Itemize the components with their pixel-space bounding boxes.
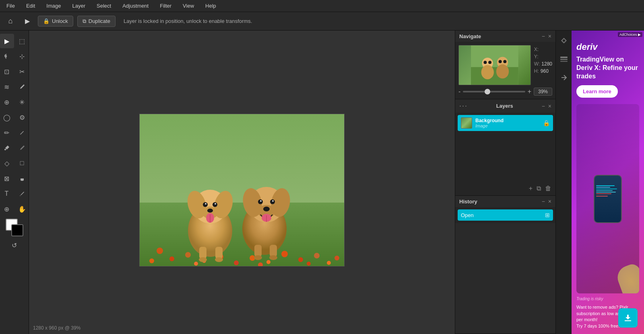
home-button[interactable]: ⌂ <box>4 15 17 28</box>
svg-point-18 <box>307 262 311 266</box>
layers-minimize-button[interactable]: − <box>542 103 545 109</box>
crop-tool[interactable]: ⊡ <box>0 64 14 79</box>
svg-point-27 <box>215 203 216 205</box>
paint-bucket-tool[interactable] <box>0 141 14 155</box>
svg-point-12 <box>314 253 320 258</box>
ad-cta-button[interactable]: Learn more <box>576 85 618 98</box>
history-item-open[interactable]: Open ⊞ <box>458 209 553 221</box>
layers-close-button[interactable]: × <box>548 103 551 109</box>
layer-item-background[interactable]: Background Image 🔒 <box>458 115 553 131</box>
ad-choices-label[interactable]: AdChoices ▶ <box>618 32 642 37</box>
layers-menu-button[interactable]: ··· <box>459 102 468 110</box>
zoom-tool[interactable]: ⊕ <box>0 202 14 216</box>
history-close-button[interactable]: × <box>548 198 551 205</box>
history-panel: History − × Open ⊞ <box>455 196 555 334</box>
duplicate-button[interactable]: ⧉ Duplicate <box>77 16 116 27</box>
zoom-slider[interactable] <box>463 91 525 92</box>
eyedropper-tool[interactable]: ⊹ <box>15 49 29 64</box>
marquee-tool[interactable]: ⬚ <box>15 34 29 48</box>
canvas-svg <box>140 114 345 266</box>
brush-tool[interactable] <box>15 80 29 94</box>
dodge-tool[interactable] <box>15 141 29 155</box>
layer-name: Background <box>475 118 540 123</box>
svg-point-57 <box>483 61 487 64</box>
unlock-button[interactable]: 🔒 Unlock <box>38 16 73 27</box>
delete-layer-button[interactable]: 🗑 <box>545 185 551 192</box>
svg-point-42 <box>260 200 262 202</box>
menu-filter[interactable]: Filter <box>157 2 174 10</box>
smudge-tool[interactable] <box>15 125 29 140</box>
history-content: Open ⊞ <box>455 207 555 223</box>
text-tool[interactable]: T <box>0 186 14 201</box>
menu-adjustment[interactable]: Adjustment <box>120 2 151 10</box>
svg-rect-1 <box>140 203 345 266</box>
menu-edit[interactable]: Edit <box>24 2 37 10</box>
clone-tool[interactable]: ✳ <box>15 95 29 109</box>
gear-tool[interactable]: ⚙ <box>15 110 29 125</box>
eraser-tool[interactable]: ◯ <box>0 110 14 125</box>
svg-point-56 <box>496 64 509 78</box>
canvas-area[interactable]: 1280 x 960 px @ 39% <box>29 31 455 334</box>
zoom-in-button[interactable]: + <box>528 88 531 95</box>
toolbar: ⌂ ▶ 🔒 Unlock ⧉ Duplicate Layer is locked… <box>0 12 644 31</box>
menu-view[interactable]: View <box>180 2 196 10</box>
ad-phone-image <box>576 104 639 293</box>
svg-point-59 <box>499 60 502 63</box>
heal-tool[interactable]: ≋ <box>0 80 14 94</box>
zoom-input[interactable] <box>534 88 552 96</box>
navigate-panel-toggle[interactable] <box>558 35 570 47</box>
lasso-tool[interactable] <box>0 49 14 64</box>
stamp-tool[interactable]: ⊕ <box>0 95 14 109</box>
color-swatches[interactable] <box>6 219 23 236</box>
svg-point-60 <box>503 60 506 63</box>
shape-tool[interactable]: ◇ <box>0 156 14 170</box>
nav-info-area: X: Y: W: 1280 H: 960 <box>458 45 552 85</box>
menu-layer[interactable]: Layer <box>70 2 88 10</box>
layer-lock-icon: 🔒 <box>543 120 550 126</box>
lock-icon: 🔒 <box>43 18 50 24</box>
menu-select[interactable]: Select <box>94 2 114 10</box>
history-title: History <box>459 199 477 205</box>
svg-rect-48 <box>270 245 277 257</box>
layers-panel-toggle[interactable] <box>558 53 570 65</box>
toolbar-status: Layer is locked in position, unlock to e… <box>124 18 252 24</box>
pen-tool[interactable]: ✏ <box>0 125 14 140</box>
svg-point-33 <box>199 257 207 262</box>
download-button[interactable] <box>618 308 638 328</box>
svg-point-13 <box>327 261 331 265</box>
navigate-minimize-button[interactable]: − <box>542 33 545 39</box>
select-tool[interactable]: ▶ <box>0 34 14 48</box>
rectangle-tool[interactable]: □ <box>15 156 29 170</box>
transform-tool[interactable]: ⊠ <box>0 171 14 186</box>
main-area: ▶ ⬚ ⊹ ⊡ ✂ ≋ ⊕ ✳ ◯ ⚙ ✏ <box>0 31 644 334</box>
arrow-cursor-button[interactable]: ▶ <box>21 15 34 28</box>
phone-screen <box>594 176 621 222</box>
menu-help[interactable]: Help <box>203 2 219 10</box>
status-bar: 1280 x 960 px @ 39% <box>33 325 80 331</box>
swap-colors-button[interactable]: ↺ <box>7 238 22 252</box>
svg-point-4 <box>185 252 191 258</box>
finger-tool[interactable] <box>15 171 29 186</box>
layers-panel-header: ··· Layers − × <box>455 99 555 113</box>
navigate-controls: − × <box>542 33 551 39</box>
expand-panel-toggle[interactable] <box>558 72 570 84</box>
svg-point-40 <box>258 199 263 204</box>
history-controls: − × <box>542 198 551 205</box>
history-minimize-button[interactable]: − <box>542 198 545 205</box>
menu-bar: File Edit Image Layer Select Adjustment … <box>0 0 644 12</box>
menu-image[interactable]: Image <box>44 2 63 10</box>
menu-file[interactable]: File <box>4 2 17 10</box>
add-layer-button[interactable]: + <box>529 185 533 192</box>
svg-point-34 <box>215 257 223 262</box>
nav-coords-box: X: Y: W: 1280 H: 960 <box>534 45 552 85</box>
cut-tool[interactable]: ✂ <box>15 64 29 79</box>
color-picker-tool[interactable] <box>15 186 29 201</box>
duplicate-icon: ⧉ <box>83 18 86 25</box>
svg-point-14 <box>149 258 154 263</box>
ad-panel: AdChoices ▶ deriv TradingView on Deriv X… <box>572 31 644 334</box>
hand-tool[interactable]: ✋ <box>15 202 29 216</box>
zoom-out-button[interactable]: - <box>458 88 460 95</box>
navigate-close-button[interactable]: × <box>548 33 551 39</box>
background-color[interactable] <box>11 224 23 236</box>
duplicate-layer-button[interactable]: ⧉ <box>537 185 541 192</box>
